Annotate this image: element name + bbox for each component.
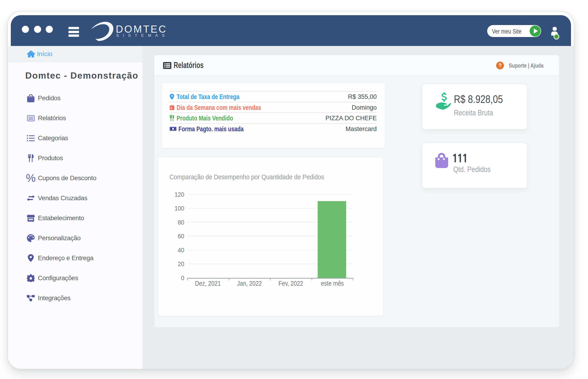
svg-text:?: ? [498,62,502,68]
